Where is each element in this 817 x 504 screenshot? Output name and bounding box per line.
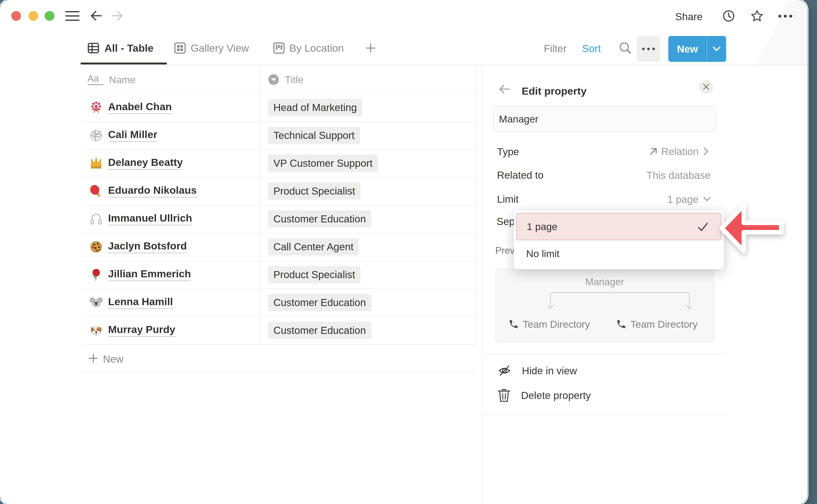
- title-chip[interactable]: VP Customer Support: [268, 155, 378, 172]
- name-cell[interactable]: Lenna Hamill: [90, 289, 173, 316]
- preview-child-right: Team Directory: [616, 319, 698, 330]
- panel-back-icon[interactable]: [499, 84, 511, 94]
- title-chip[interactable]: Customer Education: [268, 210, 371, 228]
- dropdown-option-no-limit[interactable]: No limit: [526, 248, 560, 259]
- forward-arrow-icon[interactable]: [111, 10, 123, 22]
- title-chip[interactable]: Customer Education: [268, 294, 371, 311]
- table-row[interactable]: Lenna Hamill Customer Education: [81, 289, 476, 316]
- preview-child-left: Team Directory: [508, 319, 590, 330]
- text-property-icon: Aa: [87, 73, 104, 86]
- panel-close-button[interactable]: [699, 80, 713, 94]
- filter-button[interactable]: Filter: [544, 43, 567, 54]
- sort-button[interactable]: Sort: [582, 43, 601, 54]
- field-value-type[interactable]: Relation: [649, 145, 709, 158]
- chevron-right-icon: [703, 147, 709, 156]
- table-row[interactable]: Murray Purdy Customer Education: [81, 316, 476, 344]
- title-cell[interactable]: Customer Education: [268, 316, 371, 344]
- close-icon: [703, 84, 709, 90]
- close-window-button[interactable]: [11, 11, 21, 21]
- crown-icon: [90, 157, 103, 170]
- clock-icon[interactable]: [723, 10, 735, 22]
- person-name[interactable]: Murray Purdy: [108, 324, 175, 337]
- limit-dropdown-menu: 1 page No limit: [514, 210, 724, 269]
- ellipsis-icon[interactable]: [778, 14, 793, 18]
- relation-preview-box: Manager: [495, 268, 714, 343]
- star-icon[interactable]: [751, 10, 763, 22]
- minimize-window-button[interactable]: [28, 11, 38, 21]
- name-cell[interactable]: Murray Purdy: [90, 316, 175, 344]
- dropdown-option-1-page[interactable]: 1 page: [516, 213, 722, 240]
- hamburger-menu-icon[interactable]: [65, 11, 80, 21]
- table-row[interactable]: Cali Miller Technical Support: [81, 121, 476, 149]
- field-value-related-to[interactable]: This database: [646, 168, 711, 182]
- person-name[interactable]: Delaney Beatty: [108, 157, 183, 170]
- person-name[interactable]: Jaclyn Botsford: [108, 240, 187, 253]
- title-cell[interactable]: Head of Marketing: [268, 94, 362, 121]
- title-chip[interactable]: Call Center Agent: [268, 238, 359, 255]
- search-icon[interactable]: [619, 41, 632, 55]
- person-name[interactable]: Immanuel Ullrich: [108, 212, 192, 226]
- zoom-window-button[interactable]: [45, 11, 54, 21]
- new-row-button[interactable]: New: [81, 344, 476, 372]
- field-label-limit: Limit: [497, 193, 519, 205]
- column-header-title[interactable]: Title: [268, 65, 303, 94]
- add-view-icon[interactable]: [366, 43, 375, 53]
- preview-child-label: Team Directory: [523, 318, 590, 330]
- table-header-row: Aa Name Title: [81, 65, 476, 94]
- name-cell[interactable]: Eduardo Nikolaus: [90, 177, 197, 205]
- rose-icon: [90, 268, 103, 281]
- title-cell[interactable]: Customer Education: [268, 289, 371, 316]
- view-options-button[interactable]: [637, 36, 660, 62]
- person-name[interactable]: Anabel Chan: [108, 101, 172, 114]
- tab-all-table[interactable]: All - Table: [87, 42, 154, 54]
- back-arrow-icon[interactable]: [90, 10, 103, 22]
- title-chip[interactable]: Product Specialist: [268, 182, 360, 200]
- table-row[interactable]: Jillian Emmerich Product Specialist: [81, 261, 476, 289]
- svg-text:Aa: Aa: [87, 73, 99, 84]
- new-button[interactable]: New: [668, 36, 726, 62]
- name-cell[interactable]: Jaclyn Botsford: [90, 233, 187, 261]
- person-name[interactable]: Cali Miller: [108, 129, 157, 142]
- title-chip[interactable]: Head of Marketing: [268, 99, 362, 116]
- person-name[interactable]: Jillian Emmerich: [108, 268, 191, 281]
- plus-icon: [89, 354, 98, 363]
- title-chip[interactable]: Product Specialist: [268, 266, 360, 283]
- name-cell[interactable]: Anabel Chan: [90, 94, 172, 121]
- property-name-input[interactable]: Manager: [493, 106, 716, 132]
- person-name[interactable]: Eduardo Nikolaus: [108, 185, 197, 198]
- field-value-limit[interactable]: 1 page: [667, 192, 711, 206]
- column-header-name[interactable]: Aa Name: [87, 65, 135, 94]
- title-chip[interactable]: Customer Education: [268, 322, 371, 339]
- column-label: Title: [285, 74, 303, 85]
- table-row[interactable]: Anabel Chan Head of Marketing: [81, 94, 476, 121]
- hide-in-view-button[interactable]: Hide in view: [497, 363, 577, 378]
- title-cell[interactable]: Product Specialist: [268, 177, 360, 205]
- tab-gallery-view[interactable]: Gallery View: [174, 42, 249, 54]
- share-button[interactable]: Share: [675, 11, 703, 23]
- title-cell[interactable]: VP Customer Support: [268, 149, 378, 177]
- title-chip[interactable]: Technical Support: [268, 127, 360, 144]
- dropdown-option-label: 1 page: [527, 221, 558, 232]
- name-cell[interactable]: Delaney Beatty: [90, 149, 183, 177]
- name-cell[interactable]: Immanuel Ullrich: [90, 205, 192, 233]
- panel-divider-line: [482, 353, 726, 354]
- new-button-label[interactable]: New: [668, 36, 707, 62]
- ferris-wheel-icon: [90, 101, 103, 114]
- tab-by-location[interactable]: By Location: [273, 42, 344, 54]
- table-row[interactable]: Eduardo Nikolaus Product Specialist: [81, 177, 476, 205]
- eye-off-icon: [497, 363, 512, 378]
- title-cell[interactable]: Customer Education: [268, 205, 371, 233]
- title-cell[interactable]: Technical Support: [268, 121, 360, 149]
- name-cell[interactable]: Cali Miller: [90, 121, 157, 149]
- table-row[interactable]: Jaclyn Botsford Call Center Agent: [81, 233, 476, 261]
- table-row[interactable]: Delaney Beatty VP Customer Support: [81, 149, 476, 177]
- phone-icon: [508, 319, 519, 329]
- table-row[interactable]: Immanuel Ullrich Customer Education: [81, 205, 476, 233]
- title-cell[interactable]: Product Specialist: [268, 261, 360, 289]
- new-button-dropdown[interactable]: [707, 36, 726, 62]
- delete-property-button[interactable]: Delete property: [497, 388, 591, 403]
- name-cell[interactable]: Jillian Emmerich: [90, 261, 191, 289]
- title-cell[interactable]: Call Center Agent: [268, 233, 359, 261]
- select-property-icon: [268, 74, 279, 85]
- person-name[interactable]: Lenna Hamill: [108, 296, 173, 309]
